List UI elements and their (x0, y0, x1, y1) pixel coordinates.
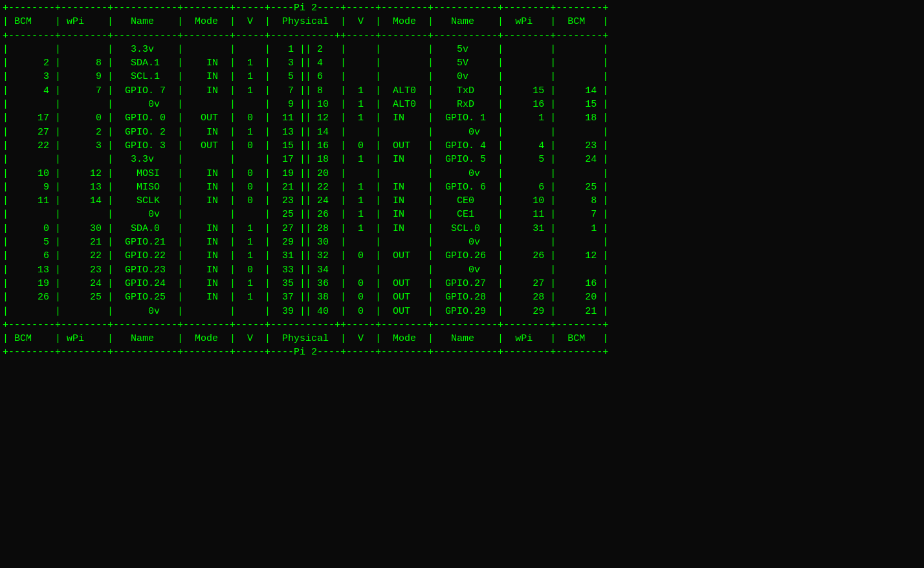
gpio-table: +--------+--------+-----------+--------+… (0, 0, 924, 361)
